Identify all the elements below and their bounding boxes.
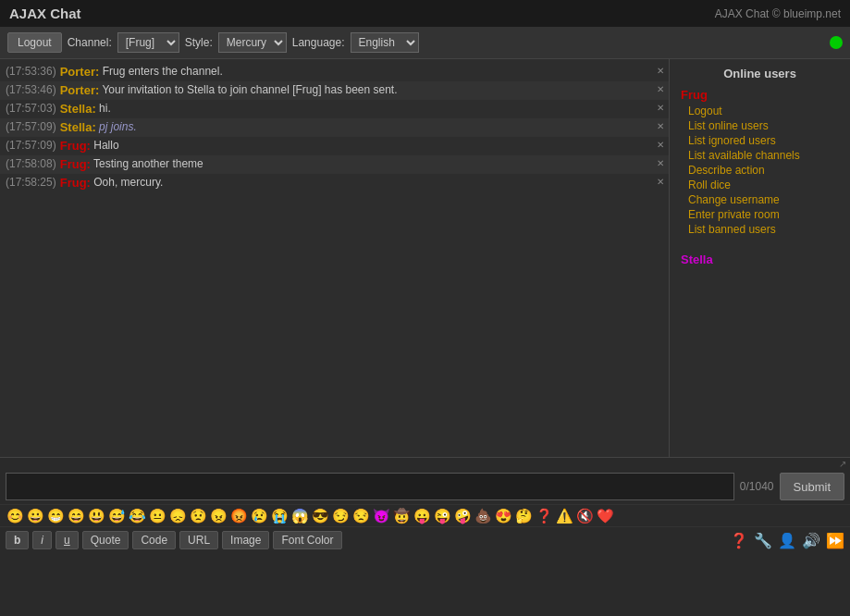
italic-button[interactable]: i [32, 531, 52, 549]
forward-icon[interactable]: ⏩ [826, 532, 844, 549]
message-user: Porter: [60, 65, 100, 79]
close-icon[interactable]: ✕ [654, 84, 667, 94]
emoji-smile[interactable]: 😊 [6, 509, 25, 523]
emoji-thinking[interactable]: 🤔 [514, 509, 534, 523]
sidebar-item-change-username[interactable]: Change username [670, 192, 850, 207]
channel-label: Channel: [68, 36, 112, 49]
emoji-neutral[interactable]: 😐 [148, 509, 167, 523]
emoji-warning[interactable]: ⚠️ [555, 509, 574, 523]
header: AJAX Chat AJAX Chat © blueimp.net [0, 0, 850, 27]
style-label: Style: [185, 36, 213, 49]
sidebar-item-roll-dice[interactable]: Roll dice [670, 178, 850, 192]
sidebar: Online users Frug Logout List online use… [670, 59, 850, 457]
message-user: Frug: [60, 157, 91, 171]
emoji-tears[interactable]: 😂 [128, 509, 147, 523]
sidebar-item-list-channels[interactable]: List available channels [670, 148, 850, 163]
bold-button[interactable]: b [6, 531, 29, 549]
close-icon[interactable]: ✕ [654, 158, 667, 168]
emoji-happy[interactable]: 😄 [67, 509, 86, 523]
emoji-tongue[interactable]: 😛 [413, 509, 432, 523]
emoji-sob[interactable]: 😭 [270, 509, 289, 523]
message-user: Stella: [60, 120, 96, 134]
header-copyright: AJAX Chat © blueimp.net [715, 7, 841, 20]
emoji-devil[interactable]: 😈 [372, 509, 391, 523]
close-icon[interactable]: ✕ [654, 177, 667, 187]
message-text: pj joins. [96, 120, 137, 133]
close-icon[interactable]: ✕ [654, 140, 667, 150]
image-button[interactable]: Image [222, 531, 269, 549]
table-row: (17:57:09) Frug: Hallo ✕ [0, 137, 669, 155]
emoji-grin[interactable]: 😀 [26, 509, 45, 523]
close-icon[interactable]: ✕ [654, 66, 667, 76]
message-time: (17:58:25) [6, 176, 56, 189]
emoji-scream[interactable]: 😱 [290, 509, 310, 523]
sidebar-item-list-ignored[interactable]: List ignored users [670, 133, 850, 148]
table-row: (17:57:03) Stella: hi. ✕ [0, 100, 669, 118]
chat-input[interactable] [6, 473, 734, 500]
message-text: Your invitation to Stella to join channe… [99, 83, 663, 96]
table-row: (17:53:36) Porter: Frug enters the chann… [0, 63, 669, 81]
sidebar-user-stella: Stella [670, 251, 850, 268]
table-row: (17:58:08) Frug: Testing another theme ✕ [0, 155, 669, 174]
emoji-heart[interactable]: ❤️ [596, 509, 615, 523]
message-user: Frug: [60, 139, 91, 153]
emoji-cool[interactable]: 😎 [311, 509, 330, 523]
emoji-cry[interactable]: 😢 [250, 509, 269, 523]
message-text: Frug enters the channel. [99, 65, 663, 78]
channel-select[interactable]: [Frug] [Stella] [117, 32, 179, 53]
sidebar-item-list-banned[interactable]: List banned users [670, 222, 850, 237]
font-color-button[interactable]: Font Color [273, 531, 341, 549]
message-text: Testing another theme [91, 157, 663, 170]
sidebar-item-describe[interactable]: Describe action [670, 163, 850, 178]
underline-button[interactable]: u [55, 531, 79, 549]
url-button[interactable]: URL [179, 531, 218, 549]
quote-button[interactable]: Quote [82, 531, 129, 549]
sound-icon[interactable]: 🔊 [802, 532, 820, 549]
message-user: Frug: [60, 176, 91, 190]
emoji-unamused[interactable]: 😒 [351, 509, 371, 523]
language-label: Language: [292, 36, 345, 49]
submit-button[interactable]: Submit [780, 473, 844, 500]
emoji-mute[interactable]: 🔇 [575, 509, 595, 523]
emoji-joy[interactable]: 😃 [87, 509, 106, 523]
emoji-heart-eyes[interactable]: 😍 [494, 509, 513, 523]
emoji-bar: 😊 😀 😁 😄 😃 😅 😂 😐 😞 😟 😠 😡 😢 😭 😱 😎 😏 😒 😈 🤠 … [0, 505, 850, 527]
code-button[interactable]: Code [132, 531, 176, 549]
emoji-smirk[interactable]: 😏 [331, 509, 351, 523]
style-select[interactable]: Mercury Default [218, 32, 287, 53]
emoji-cowboy[interactable]: 🤠 [392, 509, 412, 523]
emoji-sad[interactable]: 😞 [168, 509, 188, 523]
emoji-zany[interactable]: 🤪 [453, 509, 473, 523]
emoji-question[interactable]: ❓ [535, 509, 554, 523]
sidebar-item-list-online[interactable]: List online users [670, 118, 850, 133]
help-icon[interactable]: ❓ [730, 532, 748, 549]
message-user: Stella: [60, 102, 96, 116]
close-icon[interactable]: ✕ [654, 121, 667, 131]
emoji-wink-tongue[interactable]: 😜 [433, 509, 452, 523]
sidebar-item-logout[interactable]: Logout [670, 104, 850, 118]
emoji-sweat[interactable]: 😅 [107, 509, 127, 523]
user-icon[interactable]: 👤 [778, 532, 796, 549]
format-bar: b i u Quote Code URL Image Font Color ❓ … [0, 527, 850, 553]
close-icon[interactable]: ✕ [654, 103, 667, 113]
emoji-angry[interactable]: 😠 [209, 509, 228, 523]
message-time: (17:53:46) [6, 83, 56, 96]
message-time: (17:58:08) [6, 157, 56, 170]
language-select[interactable]: English German [351, 32, 419, 53]
message-text: Ooh, mercury. [91, 176, 663, 189]
status-indicator [830, 36, 843, 49]
emoji-worried[interactable]: 😟 [189, 509, 208, 523]
chat-area: (17:53:36) Porter: Frug enters the chann… [0, 59, 670, 457]
emoji-poop[interactable]: 💩 [474, 509, 493, 523]
char-count: 0/1040 [740, 480, 774, 493]
settings-icon[interactable]: 🔧 [754, 532, 772, 549]
emoji-rage[interactable]: 😡 [229, 509, 249, 523]
message-user: Porter: [60, 83, 100, 97]
message-text: Hallo [91, 139, 663, 152]
sidebar-item-private-room[interactable]: Enter private room [670, 207, 850, 222]
logout-button[interactable]: Logout [7, 32, 62, 53]
input-area: ↗ 0/1040 Submit 😊 😀 😁 😄 😃 😅 😂 😐 😞 😟 😠 😡 … [0, 457, 850, 553]
table-row: (17:58:25) Frug: Ooh, mercury. ✕ [0, 174, 669, 192]
emoji-laugh[interactable]: 😁 [46, 509, 66, 523]
message-text: hi. [96, 102, 663, 115]
